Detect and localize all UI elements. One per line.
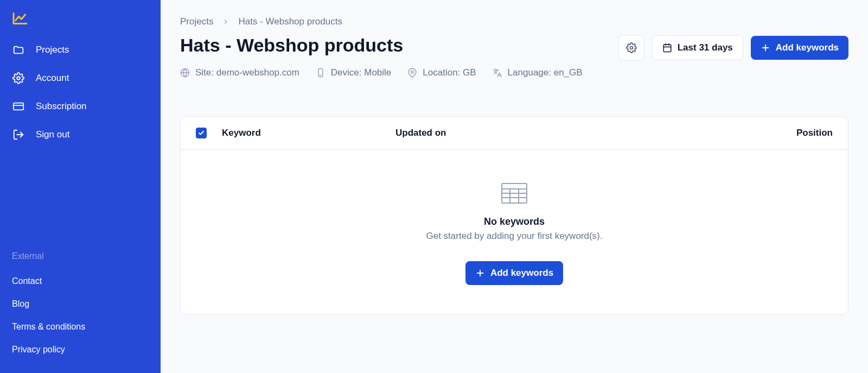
date-range-label: Last 31 days	[678, 42, 733, 53]
check-icon	[198, 130, 205, 136]
empty-state-subtitle: Get started by adding your first keyword…	[426, 231, 602, 242]
sidebar: Projects Account Subscription Sign out E…	[0, 0, 161, 373]
chevron-right-icon	[222, 18, 229, 26]
header-actions: Last 31 days Add keywords	[618, 35, 848, 61]
sidebar-item-account[interactable]: Account	[0, 64, 161, 92]
breadcrumb: Projects Hats - Webshop products	[180, 16, 848, 27]
sidebar-item-label: Sign out	[36, 129, 69, 140]
sidebar-item-subscription[interactable]: Subscription	[0, 92, 161, 121]
empty-add-keywords-label: Add keywords	[490, 268, 553, 279]
meta-language: Language: en_GB	[493, 67, 583, 78]
th-updated-on[interactable]: Updated on	[395, 128, 796, 138]
external-link-privacy[interactable]: Privacy policy	[12, 338, 149, 361]
logo	[0, 12, 161, 36]
gear-icon	[12, 72, 25, 85]
sidebar-item-label: Subscription	[36, 101, 87, 112]
page-title: Hats - Webshop products	[180, 35, 403, 56]
sidebar-item-projects[interactable]: Projects	[0, 36, 161, 64]
keywords-table-card: Keyword Updated on Position No keywords …	[180, 116, 848, 315]
language-icon	[493, 68, 502, 78]
svg-point-15	[411, 71, 414, 73]
nav-main: Projects Account Subscription Sign out	[0, 36, 161, 149]
meta-site: Site: demo-webshop.com	[180, 67, 299, 78]
external-link-blog[interactable]: Blog	[12, 293, 149, 315]
empty-state-title: No keywords	[484, 216, 545, 227]
folder-icon	[12, 43, 25, 56]
main-content: Projects Hats - Webshop products Hats - …	[161, 0, 868, 373]
select-all-checkbox[interactable]	[196, 128, 207, 138]
mobile-icon	[316, 68, 326, 78]
external-link-terms[interactable]: Terms & conditions	[12, 315, 149, 338]
add-keywords-button[interactable]: Add keywords	[751, 36, 848, 60]
external-link-contact[interactable]: Contact	[12, 270, 149, 293]
signout-icon	[12, 128, 25, 141]
plus-icon	[475, 268, 485, 278]
chart-line-icon	[12, 12, 28, 25]
svg-point-4	[630, 47, 633, 49]
sidebar-item-signout[interactable]: Sign out	[0, 121, 161, 149]
add-keywords-label: Add keywords	[776, 42, 839, 53]
meta-location: Location: GB	[407, 67, 476, 78]
calendar-icon	[662, 43, 672, 53]
empty-state: No keywords Get started by adding your f…	[181, 150, 848, 314]
meta-device: Device: Mobile	[316, 67, 392, 78]
sidebar-external: External Contact Blog Terms & conditions…	[0, 251, 161, 361]
empty-add-keywords-button[interactable]: Add keywords	[465, 261, 563, 285]
svg-rect-5	[663, 45, 671, 52]
settings-button[interactable]	[618, 35, 644, 61]
credit-card-icon	[12, 100, 25, 113]
breadcrumb-item[interactable]: Hats - Webshop products	[238, 16, 342, 27]
plus-icon	[761, 43, 770, 53]
table-icon	[501, 182, 528, 204]
breadcrumb-item[interactable]: Projects	[180, 16, 213, 27]
svg-point-0	[17, 77, 20, 80]
th-keyword[interactable]: Keyword	[222, 128, 395, 138]
table-header: Keyword Updated on Position	[181, 117, 848, 150]
globe-icon	[180, 68, 190, 78]
date-range-button[interactable]: Last 31 days	[652, 35, 743, 60]
svg-rect-1	[14, 103, 23, 110]
sidebar-item-label: Projects	[36, 45, 69, 55]
project-meta: Site: demo-webshop.com Device: Mobile Lo…	[180, 67, 848, 78]
gear-icon	[626, 42, 637, 53]
external-heading: External	[12, 251, 149, 261]
sidebar-item-label: Account	[36, 73, 69, 84]
th-position[interactable]: Position	[796, 128, 833, 138]
map-pin-icon	[407, 68, 417, 78]
